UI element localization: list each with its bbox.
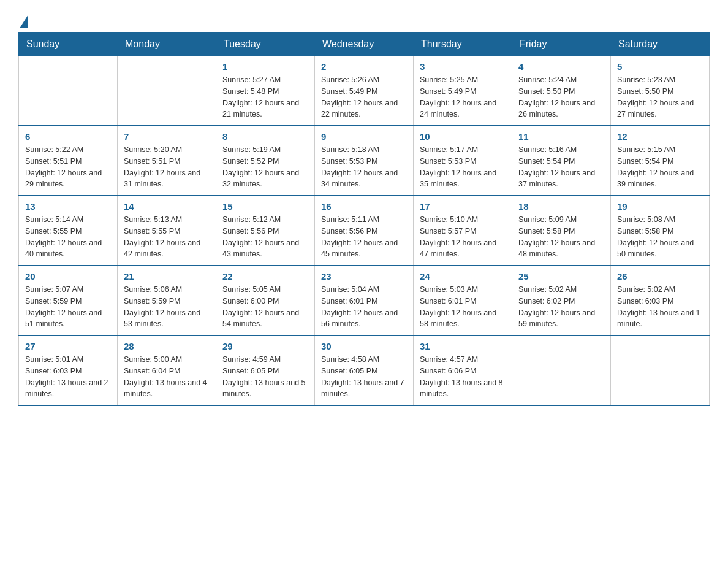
col-monday: Monday (118, 33, 216, 56)
day-number: 18 (518, 201, 604, 212)
day-info: Sunrise: 5:22 AMSunset: 5:51 PMDaylight:… (25, 144, 111, 190)
calendar-header-row: Sunday Monday Tuesday Wednesday Thursday… (19, 33, 710, 56)
day-info: Sunrise: 5:04 AMSunset: 6:01 PMDaylight:… (321, 284, 407, 330)
table-row: 31Sunrise: 4:57 AMSunset: 6:06 PMDayligh… (414, 335, 512, 405)
table-row: 4Sunrise: 5:24 AMSunset: 5:50 PMDaylight… (512, 56, 611, 126)
day-info: Sunrise: 5:12 AMSunset: 5:56 PMDaylight:… (222, 214, 308, 260)
table-row: 5Sunrise: 5:23 AMSunset: 5:50 PMDaylight… (611, 56, 710, 126)
day-number: 2 (321, 61, 407, 72)
day-info: Sunrise: 5:18 AMSunset: 5:53 PMDaylight:… (321, 144, 407, 190)
day-number: 8 (222, 131, 308, 142)
table-row: 17Sunrise: 5:10 AMSunset: 5:57 PMDayligh… (414, 196, 512, 266)
table-row (611, 335, 710, 405)
table-row: 19Sunrise: 5:08 AMSunset: 5:58 PMDayligh… (611, 196, 710, 266)
table-row: 22Sunrise: 5:05 AMSunset: 6:00 PMDayligh… (216, 266, 315, 335)
table-row: 12Sunrise: 5:15 AMSunset: 5:54 PMDayligh… (611, 126, 710, 196)
table-row: 1Sunrise: 5:27 AMSunset: 5:48 PMDaylight… (216, 56, 315, 126)
table-row: 15Sunrise: 5:12 AMSunset: 5:56 PMDayligh… (216, 196, 315, 266)
day-number: 4 (518, 61, 604, 72)
day-info: Sunrise: 5:11 AMSunset: 5:56 PMDaylight:… (321, 214, 407, 260)
table-row: 11Sunrise: 5:16 AMSunset: 5:54 PMDayligh… (512, 126, 611, 196)
table-row: 30Sunrise: 4:58 AMSunset: 6:05 PMDayligh… (315, 335, 414, 405)
day-info: Sunrise: 5:19 AMSunset: 5:52 PMDaylight:… (222, 144, 308, 190)
table-row: 13Sunrise: 5:14 AMSunset: 5:55 PMDayligh… (19, 196, 118, 266)
table-row: 21Sunrise: 5:06 AMSunset: 5:59 PMDayligh… (118, 266, 216, 335)
day-number: 21 (124, 271, 210, 282)
day-number: 12 (617, 131, 703, 142)
day-info: Sunrise: 5:00 AMSunset: 6:04 PMDaylight:… (124, 354, 210, 400)
table-row: 25Sunrise: 5:02 AMSunset: 6:02 PMDayligh… (512, 266, 611, 335)
calendar-week-2: 6Sunrise: 5:22 AMSunset: 5:51 PMDaylight… (19, 126, 710, 196)
day-info: Sunrise: 5:07 AMSunset: 5:59 PMDaylight:… (25, 284, 111, 330)
day-number: 1 (222, 61, 308, 72)
table-row: 20Sunrise: 5:07 AMSunset: 5:59 PMDayligh… (19, 266, 118, 335)
logo (18, 12, 29, 26)
day-number: 31 (420, 341, 506, 351)
day-number: 11 (518, 131, 604, 142)
day-number: 30 (321, 341, 407, 351)
day-number: 24 (420, 271, 506, 282)
calendar-week-1: 1Sunrise: 5:27 AMSunset: 5:48 PMDaylight… (19, 56, 710, 126)
logo-triangle-icon (20, 15, 28, 28)
day-info: Sunrise: 4:58 AMSunset: 6:05 PMDaylight:… (321, 354, 407, 400)
day-info: Sunrise: 5:10 AMSunset: 5:57 PMDaylight:… (420, 214, 506, 260)
table-row: 8Sunrise: 5:19 AMSunset: 5:52 PMDaylight… (216, 126, 315, 196)
col-saturday: Saturday (611, 33, 710, 56)
day-info: Sunrise: 5:06 AMSunset: 5:59 PMDaylight:… (124, 284, 210, 330)
day-number: 20 (25, 271, 111, 282)
table-row: 16Sunrise: 5:11 AMSunset: 5:56 PMDayligh… (315, 196, 414, 266)
calendar-table: Sunday Monday Tuesday Wednesday Thursday… (18, 32, 710, 406)
day-number: 23 (321, 271, 407, 282)
day-number: 19 (617, 201, 703, 212)
col-tuesday: Tuesday (216, 33, 315, 56)
table-row: 27Sunrise: 5:01 AMSunset: 6:03 PMDayligh… (19, 335, 118, 405)
table-row: 14Sunrise: 5:13 AMSunset: 5:55 PMDayligh… (118, 196, 216, 266)
day-info: Sunrise: 5:14 AMSunset: 5:55 PMDaylight:… (25, 214, 111, 260)
page-header (18, 12, 710, 26)
day-info: Sunrise: 5:02 AMSunset: 6:02 PMDaylight:… (518, 284, 604, 330)
table-row: 23Sunrise: 5:04 AMSunset: 6:01 PMDayligh… (315, 266, 414, 335)
table-row: 7Sunrise: 5:20 AMSunset: 5:51 PMDaylight… (118, 126, 216, 196)
table-row: 24Sunrise: 5:03 AMSunset: 6:01 PMDayligh… (414, 266, 512, 335)
table-row: 10Sunrise: 5:17 AMSunset: 5:53 PMDayligh… (414, 126, 512, 196)
col-sunday: Sunday (19, 33, 118, 56)
day-number: 28 (124, 341, 210, 351)
day-number: 9 (321, 131, 407, 142)
day-number: 25 (518, 271, 604, 282)
day-info: Sunrise: 5:08 AMSunset: 5:58 PMDaylight:… (617, 214, 703, 260)
day-number: 5 (617, 61, 703, 72)
day-number: 14 (124, 201, 210, 212)
day-number: 22 (222, 271, 308, 282)
day-number: 26 (617, 271, 703, 282)
day-info: Sunrise: 5:23 AMSunset: 5:50 PMDaylight:… (617, 74, 703, 120)
day-number: 3 (420, 61, 506, 72)
table-row: 9Sunrise: 5:18 AMSunset: 5:53 PMDaylight… (315, 126, 414, 196)
day-info: Sunrise: 5:17 AMSunset: 5:53 PMDaylight:… (420, 144, 506, 190)
day-info: Sunrise: 5:24 AMSunset: 5:50 PMDaylight:… (518, 74, 604, 120)
table-row: 18Sunrise: 5:09 AMSunset: 5:58 PMDayligh… (512, 196, 611, 266)
day-info: Sunrise: 5:20 AMSunset: 5:51 PMDaylight:… (124, 144, 210, 190)
day-info: Sunrise: 5:02 AMSunset: 6:03 PMDaylight:… (617, 284, 703, 330)
table-row: 29Sunrise: 4:59 AMSunset: 6:05 PMDayligh… (216, 335, 315, 405)
day-info: Sunrise: 5:13 AMSunset: 5:55 PMDaylight:… (124, 214, 210, 260)
day-number: 6 (25, 131, 111, 142)
day-number: 17 (420, 201, 506, 212)
table-row: 3Sunrise: 5:25 AMSunset: 5:49 PMDaylight… (414, 56, 512, 126)
day-number: 29 (222, 341, 308, 351)
calendar-week-3: 13Sunrise: 5:14 AMSunset: 5:55 PMDayligh… (19, 196, 710, 266)
day-info: Sunrise: 5:26 AMSunset: 5:49 PMDaylight:… (321, 74, 407, 120)
day-info: Sunrise: 5:05 AMSunset: 6:00 PMDaylight:… (222, 284, 308, 330)
day-number: 7 (124, 131, 210, 142)
day-number: 13 (25, 201, 111, 212)
table-row: 26Sunrise: 5:02 AMSunset: 6:03 PMDayligh… (611, 266, 710, 335)
day-info: Sunrise: 4:57 AMSunset: 6:06 PMDaylight:… (420, 354, 506, 400)
day-info: Sunrise: 5:16 AMSunset: 5:54 PMDaylight:… (518, 144, 604, 190)
calendar-week-5: 27Sunrise: 5:01 AMSunset: 6:03 PMDayligh… (19, 335, 710, 405)
day-info: Sunrise: 5:01 AMSunset: 6:03 PMDaylight:… (25, 354, 111, 400)
day-number: 10 (420, 131, 506, 142)
day-number: 27 (25, 341, 111, 351)
day-number: 15 (222, 201, 308, 212)
calendar-week-4: 20Sunrise: 5:07 AMSunset: 5:59 PMDayligh… (19, 266, 710, 335)
col-thursday: Thursday (414, 33, 512, 56)
table-row (19, 56, 118, 126)
